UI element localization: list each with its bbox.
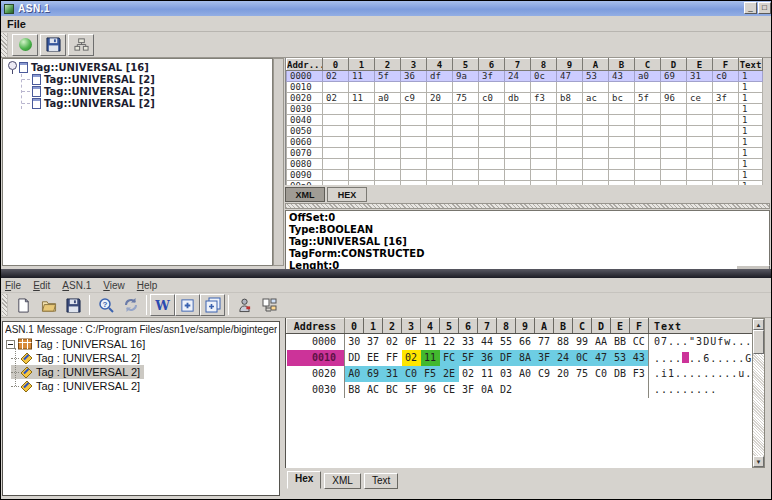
byte-cell[interactable]: EE [364,350,383,366]
byte-cell[interactable] [323,126,349,137]
byte-cell[interactable] [557,82,583,93]
column-header[interactable]: 5 [453,59,479,71]
column-header[interactable]: 3 [402,319,421,334]
byte-cell[interactable] [375,104,401,115]
byte-cell[interactable]: 0A [478,382,497,398]
byte-cell[interactable]: 43 [609,71,635,82]
byte-cell[interactable]: 02 [383,334,402,350]
byte-cell[interactable] [583,115,609,126]
byte-cell[interactable]: 53 [611,350,630,366]
tree-node-root[interactable]: Tag : [UNIVERSAL 16] [5,337,149,351]
column-header[interactable]: 9 [557,59,583,71]
byte-cell[interactable]: bc [609,93,635,104]
tree-node[interactable]: Tag::UNIVERSAL [2] [22,86,272,97]
byte-cell[interactable] [401,137,427,148]
address-cell[interactable]: 0040 [287,115,323,126]
toolbar-grip[interactable] [1,33,8,57]
byte-cell[interactable]: 22 [440,334,459,350]
byte-cell[interactable]: 31 [687,71,713,82]
byte-cell[interactable] [453,104,479,115]
byte-cell[interactable]: C0 [402,366,421,382]
byte-cell[interactable] [535,382,554,398]
byte-cell[interactable] [453,181,479,186]
byte-cell[interactable]: BB [611,334,630,350]
vertical-scrollbar[interactable]: ▲ ▼ [752,318,765,468]
byte-cell[interactable]: 24 [505,71,531,82]
byte-cell[interactable]: 96 [661,93,687,104]
byte-cell[interactable] [427,137,453,148]
column-header[interactable]: B [609,59,635,71]
byte-cell[interactable] [611,382,630,398]
byte-cell[interactable] [349,148,375,159]
tab-text[interactable]: Text [364,473,398,489]
byte-cell[interactable] [592,382,611,398]
text-cell[interactable]: 1 [739,104,763,115]
column-header[interactable]: 3 [401,59,427,71]
address-cell[interactable]: 0010 [287,82,323,93]
expand-all-button[interactable] [200,294,225,316]
byte-cell[interactable] [323,104,349,115]
byte-cell[interactable]: 69 [364,366,383,382]
column-header[interactable]: 0 [345,319,364,334]
minimize-button[interactable]: _ [744,2,757,14]
byte-cell[interactable]: 11 [349,93,375,104]
byte-cell[interactable]: F5 [421,366,440,382]
tree-view-button[interactable] [257,294,282,316]
byte-cell[interactable] [635,181,661,186]
byte-cell[interactable] [557,159,583,170]
text-cell[interactable]: ......... [649,382,753,398]
byte-cell[interactable] [557,148,583,159]
byte-cell[interactable] [375,137,401,148]
byte-cell[interactable]: D2 [497,382,516,398]
byte-cell[interactable] [661,82,687,93]
byte-cell[interactable] [687,170,713,181]
byte-cell[interactable] [661,115,687,126]
byte-cell[interactable]: 47 [557,71,583,82]
byte-cell[interactable] [349,115,375,126]
byte-cell[interactable]: 11 [478,366,497,382]
byte-cell[interactable]: F3 [630,366,649,382]
byte-cell[interactable] [349,126,375,137]
byte-cell[interactable] [375,181,401,186]
byte-cell[interactable]: f3 [531,93,557,104]
byte-cell[interactable] [713,170,739,181]
tree-node[interactable]: Tag::UNIVERSAL [2] [22,74,272,85]
byte-cell[interactable]: 20 [427,93,453,104]
byte-cell[interactable] [453,170,479,181]
byte-cell[interactable]: DB [611,366,630,382]
horizontal-splitter[interactable] [285,203,770,209]
column-header[interactable]: D [661,59,687,71]
word-view-button[interactable]: W [150,294,175,316]
byte-cell[interactable]: ce [687,93,713,104]
byte-cell[interactable] [713,82,739,93]
byte-cell[interactable]: 5f [375,71,401,82]
byte-cell[interactable] [453,137,479,148]
byte-cell[interactable]: 3f [713,93,739,104]
byte-cell[interactable] [609,159,635,170]
address-cell[interactable]: 0000 [287,71,323,82]
byte-cell[interactable] [427,159,453,170]
byte-cell[interactable] [661,104,687,115]
byte-cell[interactable]: b8 [557,93,583,104]
tree-node[interactable]: Tag : [UNIVERSAL 2] [11,379,144,393]
byte-cell[interactable] [453,82,479,93]
byte-cell[interactable] [479,82,505,93]
byte-cell[interactable]: 24 [554,350,573,366]
byte-cell[interactable]: db [505,93,531,104]
byte-cell[interactable]: C9 [535,366,554,382]
byte-cell[interactable] [349,82,375,93]
address-cell[interactable]: 0070 [287,148,323,159]
byte-cell[interactable] [713,104,739,115]
byte-cell[interactable] [401,159,427,170]
collapse-icon[interactable] [6,340,15,349]
byte-cell[interactable] [554,382,573,398]
maximize-button[interactable]: □ [758,2,771,14]
column-header[interactable]: B [554,319,573,334]
byte-cell[interactable] [635,159,661,170]
column-header[interactable]: 6 [479,59,505,71]
address-cell[interactable]: 00a0 [287,181,323,186]
text-cell[interactable]: 1 [739,71,763,82]
text-cell[interactable]: 1 [739,159,763,170]
byte-cell[interactable] [687,137,713,148]
byte-cell[interactable] [349,104,375,115]
